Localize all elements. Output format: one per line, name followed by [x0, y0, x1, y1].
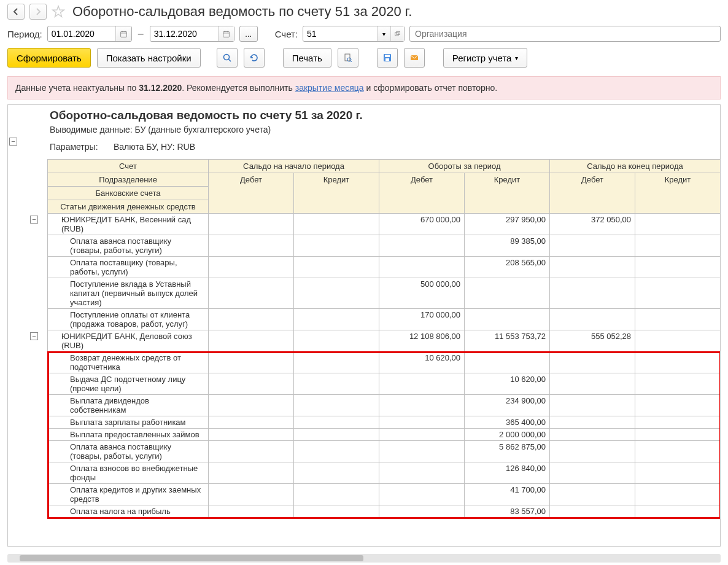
- row-value: [294, 441, 379, 462]
- tree-toggle[interactable]: [30, 216, 38, 224]
- email-button[interactable]: [404, 48, 425, 68]
- row-name: ЮНИКРЕДИТ БАНК, Весенний сад (RUB): [48, 214, 209, 235]
- row-value: [550, 484, 635, 505]
- row-value: [294, 330, 379, 352]
- table-row[interactable]: Оплата кредитов и других заемных средств…: [48, 484, 721, 505]
- nav-forward-button[interactable]: [29, 4, 47, 20]
- hdr-account: Счет: [48, 160, 209, 173]
- scrollbar-thumb[interactable]: [20, 555, 363, 561]
- row-value: [550, 429, 635, 441]
- row-value: [465, 309, 550, 330]
- row-value: 10 620,00: [465, 373, 550, 395]
- row-value: [379, 505, 465, 518]
- svg-rect-0: [120, 31, 126, 37]
- table-row[interactable]: Оплата аванса поставщику (товары, работы…: [48, 235, 721, 257]
- print-button[interactable]: Печать: [283, 48, 331, 68]
- account-input[interactable]: [303, 27, 377, 41]
- table-row[interactable]: Выдача ДС подотчетному лицу (прочие цели…: [48, 373, 721, 395]
- document-search-icon: [343, 53, 353, 63]
- refresh-button[interactable]: [244, 48, 265, 68]
- row-value: [635, 309, 721, 330]
- tree-toggle[interactable]: [9, 138, 17, 146]
- table-row[interactable]: Выплата зарплаты работникам365 400,00: [48, 416, 721, 429]
- warning-mid: . Рекомендуется выполнить: [182, 83, 295, 93]
- row-value: [209, 416, 294, 429]
- svg-point-10: [223, 55, 229, 60]
- hdr-kt-2: Кредит: [465, 173, 550, 214]
- table-row[interactable]: Поступление оплаты от клиента (продажа т…: [48, 309, 721, 330]
- row-value: [635, 429, 721, 441]
- row-value: [635, 278, 721, 309]
- nav-back-button[interactable]: [7, 4, 25, 20]
- table-row[interactable]: Оплата налога на прибыль83 557,00: [48, 505, 721, 518]
- period-from-input[interactable]: [48, 27, 115, 41]
- row-value: [209, 484, 294, 505]
- row-value: [379, 484, 465, 505]
- warning-bar: Данные учета неактуальны по 31.12.2020. …: [7, 76, 721, 99]
- row-name: Оплата взносов во внебюджетные фонды: [48, 462, 209, 484]
- period-dash: –: [137, 28, 145, 39]
- row-value: [550, 352, 635, 373]
- svg-rect-17: [385, 58, 389, 61]
- row-value: [635, 416, 721, 429]
- report-area[interactable]: Оборотно-сальдовая ведомость по счету 51…: [7, 104, 721, 547]
- favorite-star-icon[interactable]: [52, 5, 65, 18]
- close-month-link[interactable]: закрытие месяца: [295, 83, 364, 93]
- table-row[interactable]: Возврат денежных средств от подотчетника…: [48, 352, 721, 373]
- register-button[interactable]: Регистр учета ▾: [443, 48, 528, 68]
- table-row[interactable]: Выплата дивидендов собственникам234 900,…: [48, 395, 721, 416]
- form-button[interactable]: Сформировать: [7, 48, 91, 68]
- row-value: 234 900,00: [465, 395, 550, 416]
- hdr-kt-1: Кредит: [294, 173, 379, 214]
- print-preview-button[interactable]: [338, 48, 358, 68]
- period-from-calendar-button[interactable]: [115, 26, 131, 41]
- row-value: [209, 395, 294, 416]
- table-row[interactable]: ЮНИКРЕДИТ БАНК, Весенний сад (RUB)670 00…: [48, 214, 721, 235]
- row-value: [635, 235, 721, 257]
- row-value: [294, 505, 379, 518]
- row-value: 126 840,00: [465, 462, 550, 484]
- row-value: 297 950,00: [465, 214, 550, 235]
- report-subtitle: Выводимые данные: БУ (данные бухгалтерск…: [47, 123, 721, 136]
- period-to-calendar-button[interactable]: [218, 26, 234, 41]
- show-settings-button[interactable]: Показать настройки: [97, 48, 201, 68]
- row-value: [209, 309, 294, 330]
- svg-rect-16: [385, 55, 390, 57]
- account-open-button[interactable]: [390, 26, 404, 41]
- row-name: Поступление вклада в Уставный капитал (п…: [48, 278, 209, 309]
- period-to-wrap: [150, 26, 234, 42]
- row-value: [635, 395, 721, 416]
- row-value: [635, 352, 721, 373]
- save-button[interactable]: [377, 48, 398, 68]
- table-row[interactable]: Оплата взносов во внебюджетные фонды126 …: [48, 462, 721, 484]
- row-value: 12 108 806,00: [379, 330, 465, 352]
- svg-line-11: [228, 60, 231, 62]
- table-row[interactable]: Оплата аванса поставщику (товары, работы…: [48, 441, 721, 462]
- row-value: [294, 373, 379, 395]
- account-field-wrap: ▾: [303, 26, 405, 42]
- tree-toggle[interactable]: [30, 332, 38, 340]
- table-row[interactable]: ЮНИКРЕДИТ БАНК, Деловой союз (RUB)12 108…: [48, 330, 721, 352]
- period-to-input[interactable]: [150, 27, 218, 41]
- search-button[interactable]: [217, 48, 238, 68]
- arrow-right-icon: [34, 8, 42, 15]
- hdr-dt-2: Дебет: [379, 173, 465, 214]
- row-name: Оплата налога на прибыль: [48, 505, 209, 518]
- period-select-button[interactable]: ...: [239, 26, 258, 42]
- chevron-down-icon: ▾: [515, 55, 518, 61]
- table-row[interactable]: Выплата предоставленных займов2 000 000,…: [48, 429, 721, 441]
- row-value: [294, 416, 379, 429]
- organization-input[interactable]: [409, 26, 721, 42]
- row-value: [379, 462, 465, 484]
- row-value: 83 557,00: [465, 505, 550, 518]
- table-row[interactable]: Поступление вклада в Уставный капитал (п…: [48, 278, 721, 309]
- account-dropdown-button[interactable]: ▾: [377, 26, 390, 41]
- row-value: [550, 395, 635, 416]
- row-value: 89 385,00: [465, 235, 550, 257]
- row-value: [550, 462, 635, 484]
- hdr-flow: Статьи движения денежных средств: [48, 200, 209, 214]
- row-value: 170 000,00: [379, 309, 465, 330]
- table-row[interactable]: Оплата поставщику (товары, работы, услуг…: [48, 257, 721, 278]
- horizontal-scrollbar[interactable]: [7, 554, 721, 563]
- hdr-dt-1: Дебет: [209, 173, 294, 214]
